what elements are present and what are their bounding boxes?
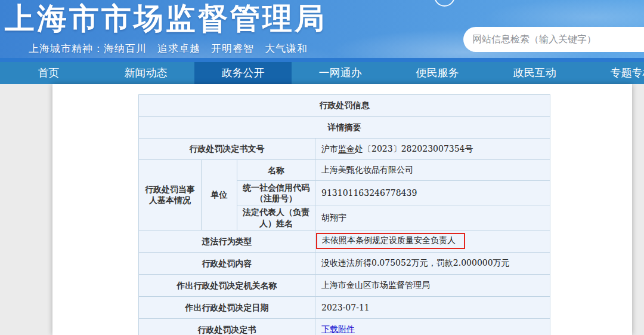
- party-name-value: 上海美甄化妆品有限公司: [315, 160, 550, 181]
- nav-item-special-topics[interactable]: 专题专栏: [583, 62, 644, 84]
- table-row: 违法行为类型 未依照本条例规定设质量安全负责人: [139, 230, 550, 252]
- decision-date-label: 作出行政处罚决定日期: [139, 296, 315, 318]
- table-row: 作出行政处罚决定日期 2023-07-11: [139, 296, 550, 318]
- doc-no-post: 处〔2023〕282023007354号: [355, 144, 473, 153]
- table-row: 作出行政处罚决定机关名称 上海市金山区市场监督管理局: [139, 274, 550, 296]
- violation-type-label: 违法行为类型: [139, 230, 315, 252]
- table-row: 行政处罚决定书 下载附件: [139, 318, 550, 335]
- header-divider-strip: [0, 58, 644, 62]
- nav-item-convenient-services[interactable]: 便民服务: [389, 62, 486, 84]
- table-row: 行政处罚当事人基本情况 单位 名称 上海美甄化妆品有限公司: [139, 160, 550, 181]
- nav-item-one-stop-services[interactable]: 一网通办: [292, 62, 389, 84]
- credit-code-value: 913101163246778439: [315, 181, 550, 205]
- decision-doc-value: 下载附件: [315, 318, 550, 335]
- nav-item-public-interaction[interactable]: 政民互动: [486, 62, 583, 84]
- party-type-label: 单位: [202, 160, 237, 230]
- table-row: 行政处罚决定书文号 沪市监金处〔2023〕282023007354号: [139, 139, 550, 160]
- table-subtitle: 详情摘要: [139, 117, 550, 139]
- download-attachment-link[interactable]: 下载附件: [321, 324, 355, 334]
- site-search-input[interactable]: [463, 27, 644, 52]
- authority-value: 上海市金山区市场监督管理局: [315, 274, 550, 296]
- decision-doc-label: 行政处罚决定书: [139, 318, 315, 335]
- nav-item-gov-affairs-active[interactable]: 政务公开: [194, 62, 292, 84]
- nav-item-home[interactable]: 首页: [0, 62, 97, 84]
- table-row: 行政处罚信息: [139, 95, 550, 117]
- emblem-ring-icon: [434, 0, 455, 7]
- credit-code-label: 统一社会信用代码（注册号）: [237, 181, 315, 205]
- doc-no-value: 沪市监金处〔2023〕282023007354号: [315, 139, 550, 160]
- doc-no-pre: 沪市: [321, 144, 338, 153]
- nav-item-news[interactable]: 新闻动态: [97, 62, 194, 84]
- main-navigation: 首页 新闻动态 政务公开 一网通办 便民服务 政民互动 专题专栏: [0, 62, 644, 84]
- penalty-content-value: 没收违法所得0.075052万元，罚款2.000000万元: [315, 252, 550, 274]
- violation-type-value: 未依照本条例规定设质量安全负责人: [315, 230, 550, 252]
- table-row: 行政处罚内容 没收违法所得0.075052万元，罚款2.000000万元: [139, 252, 550, 274]
- party-name-label: 名称: [237, 160, 315, 181]
- doc-no-label: 行政处罚决定书文号: [139, 139, 315, 160]
- violation-highlight-box: 未依照本条例规定设质量安全负责人: [316, 233, 465, 249]
- city-spirit-slogan: 上海城市精神：海纳百川 追求卓越 开明睿智 大气谦和: [29, 42, 308, 56]
- content-card: 行政处罚信息 详情摘要 行政处罚决定书文号 沪市监金处〔2023〕2820230…: [52, 84, 632, 335]
- doc-no-underlined: 监金: [338, 144, 355, 153]
- party-group-label: 行政处罚当事人基本情况: [139, 160, 202, 230]
- site-header: 上海市市场监督管理局 上海城市精神：海纳百川 追求卓越 开明睿智 大气谦和: [0, 0, 644, 58]
- penalty-content-label: 行政处罚内容: [139, 252, 315, 274]
- legal-rep-label: 法定代表人（负责人）姓名: [237, 205, 315, 230]
- decision-date-value: 2023-07-11: [315, 296, 550, 318]
- table-row: 详情摘要: [139, 117, 550, 139]
- legal-rep-value: 胡翔宇: [315, 205, 550, 230]
- site-title: 上海市市场监督管理局: [5, 0, 327, 39]
- penalty-info-table: 行政处罚信息 详情摘要 行政处罚决定书文号 沪市监金处〔2023〕2820230…: [138, 94, 550, 335]
- table-title: 行政处罚信息: [139, 95, 550, 117]
- authority-label: 作出行政处罚决定机关名称: [139, 274, 315, 296]
